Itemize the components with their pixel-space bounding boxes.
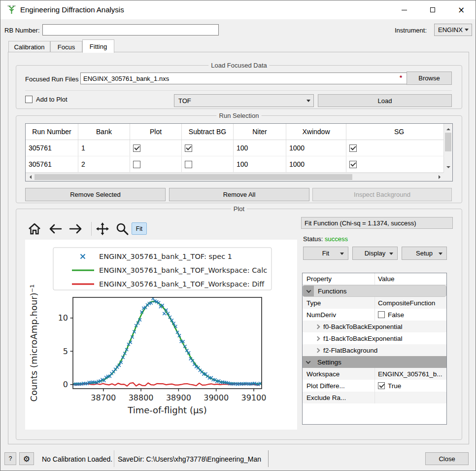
property-row-exclude-ra-[interactable]: Exclude Ra... [303,392,446,403]
subtract-bg-cell[interactable] [182,140,234,156]
collapse-toggle[interactable] [303,286,314,296]
bank-cell[interactable]: 2 [78,156,130,172]
plot-cell[interactable] [130,156,182,172]
help-button[interactable]: ? [4,452,16,465]
collapse-toggle[interactable] [303,356,313,368]
magnifier-icon [115,222,129,236]
property-row-type[interactable]: TypeCompositeFunction [303,297,446,309]
tab-fitting[interactable]: Fitting [82,39,114,53]
run-number-cell[interactable]: 305761 [26,156,78,172]
divider [25,90,452,91]
column-header-niter[interactable]: Niter [234,124,286,140]
property-row-numderiv[interactable]: NumDerivFalse [303,309,446,321]
browse-button[interactable]: Browse [407,72,452,85]
forward-button[interactable] [68,221,84,237]
minimize-button[interactable] [390,0,418,19]
tab-calibration[interactable]: Calibration [8,41,50,52]
function-row-f0[interactable]: f0-BackToBackExponential [303,321,446,332]
svg-text:39000: 39000 [204,393,229,402]
property-value[interactable] [375,392,446,403]
sg-cell[interactable] [346,156,452,172]
fitting-tab-pane: Load Focused Data Focused Run Files * Br… [8,52,469,444]
column-header-sg[interactable]: SG [346,124,452,140]
property-row-workspace[interactable]: WorkspaceENGINX_305761_b... [303,368,446,380]
chevron-right-icon[interactable] [315,348,320,353]
unit-dropdown[interactable]: TOF [174,94,314,107]
property-value[interactable]: False [375,309,446,321]
maximize-button[interactable] [418,0,447,19]
chevron-right-icon[interactable] [315,336,320,341]
value-column-header: Value [375,273,446,285]
value-checkbox[interactable] [378,382,385,389]
plot-checkbox[interactable] [133,161,140,168]
subtract-bg-checkbox[interactable] [185,145,192,152]
column-header-bank[interactable]: Bank [78,124,130,140]
property-group-settings[interactable]: Settings [303,356,446,368]
fit-status: Status: success [303,235,348,243]
property-value[interactable]: ENGINX_305761_b... [375,368,446,380]
svg-text:Counts (microAmp.hour)⁻¹: Counts (microAmp.hour)⁻¹ [29,285,39,402]
close-window-button[interactable]: × [447,0,476,19]
app-icon [6,4,17,15]
pan-button[interactable] [94,221,111,237]
plot-cell[interactable] [130,140,182,156]
display-menu-button[interactable]: Display [352,247,398,260]
remove-all-button[interactable]: Remove All [169,188,309,201]
property-value[interactable]: True [375,380,446,392]
column-header-plot[interactable]: Plot [130,124,182,140]
home-button[interactable] [26,221,43,237]
sg-cell[interactable] [346,140,452,156]
property-value[interactable]: CompositeFunction [375,297,446,309]
back-button[interactable] [47,221,64,237]
scroll-left-icon[interactable] [28,175,32,179]
svg-text:39100: 39100 [241,393,267,402]
focused-run-files-input[interactable] [80,72,409,84]
vertical-scroll-thumb[interactable] [445,133,451,151]
niter-cell[interactable]: 100 [234,140,286,156]
function-row-f2[interactable]: f2-FlatBackground [303,344,446,356]
chevron-right-icon[interactable] [315,324,320,329]
tab-focus[interactable]: Focus [50,41,82,52]
vertical-scrollbar[interactable] [443,124,452,173]
subtract-bg-cell[interactable] [182,156,234,172]
niter-cell[interactable]: 100 [234,156,286,172]
bank-cell[interactable]: 1 [78,140,130,156]
fit-toggle-button[interactable]: Fit [132,222,147,235]
property-group-functions[interactable]: Functions [303,285,446,297]
chevron-down-icon [306,359,310,364]
column-header-subtract-bg[interactable]: Subtract BG [182,124,234,140]
setup-menu-button[interactable]: Setup [402,247,447,260]
property-row-plot-differe-[interactable]: Plot Differe...True [303,380,446,392]
xwindow-cell[interactable]: 1000 [286,140,346,156]
subtract-bg-checkbox[interactable] [185,161,192,168]
plot-checkbox[interactable] [133,145,140,152]
horizontal-scrollbar[interactable] [26,173,444,181]
window-title: Engineering Diffraction Analysis [20,5,124,14]
sg-checkbox[interactable] [349,145,357,152]
function-row-f1[interactable]: f1-BackToBackExponential [303,332,446,344]
close-button[interactable]: Close [425,452,469,465]
value-checkbox[interactable] [378,311,385,318]
chevron-down-icon [465,29,469,33]
fit-menu-button[interactable]: Fit [303,247,348,260]
rb-number-input[interactable] [42,24,219,36]
sg-checkbox[interactable] [349,161,357,168]
run-number-cell[interactable]: 305761 [26,140,78,156]
table-row: 30576121001000 [26,156,452,173]
settings-button[interactable]: ⚙ [19,452,34,465]
column-header-xwindow[interactable]: Xwindow [286,124,346,140]
load-button[interactable]: Load [318,94,452,107]
instrument-dropdown[interactable]: ENGINX [434,24,472,36]
scroll-right-icon[interactable] [439,175,442,179]
xwindow-cell[interactable]: 1000 [286,156,346,172]
scroll-down-icon[interactable] [446,166,450,170]
plot-canvas[interactable]: 38700388003890039000391000510Time-of-fli… [25,240,297,430]
inspect-background-button[interactable]: Inspect Background [312,188,452,201]
horizontal-scroll-thumb[interactable] [34,174,352,180]
remove-selected-button[interactable]: Remove Selected [25,188,166,201]
zoom-button[interactable] [114,221,131,237]
add-to-plot-checkbox[interactable] [25,96,33,103]
pan-icon [96,222,109,236]
column-header-run-number[interactable]: Run Number [26,124,78,140]
scroll-up-icon[interactable] [446,126,450,130]
